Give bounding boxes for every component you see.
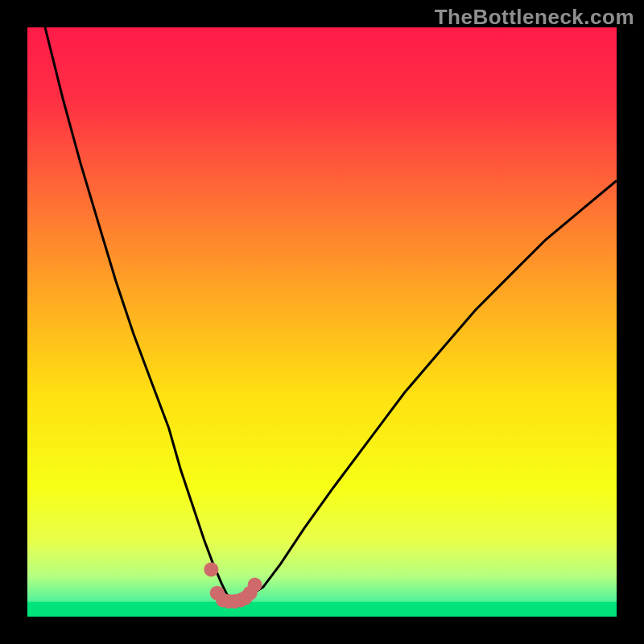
optimal-marker bbox=[248, 578, 262, 592]
chart-frame: TheBottleneck.com bbox=[0, 0, 644, 644]
watermark-text: TheBottleneck.com bbox=[435, 5, 634, 30]
chart-svg bbox=[27, 27, 617, 617]
optimal-marker bbox=[204, 562, 218, 576]
gradient-background bbox=[27, 27, 617, 617]
plot-area bbox=[27, 27, 617, 617]
flat-green-band bbox=[27, 602, 617, 617]
